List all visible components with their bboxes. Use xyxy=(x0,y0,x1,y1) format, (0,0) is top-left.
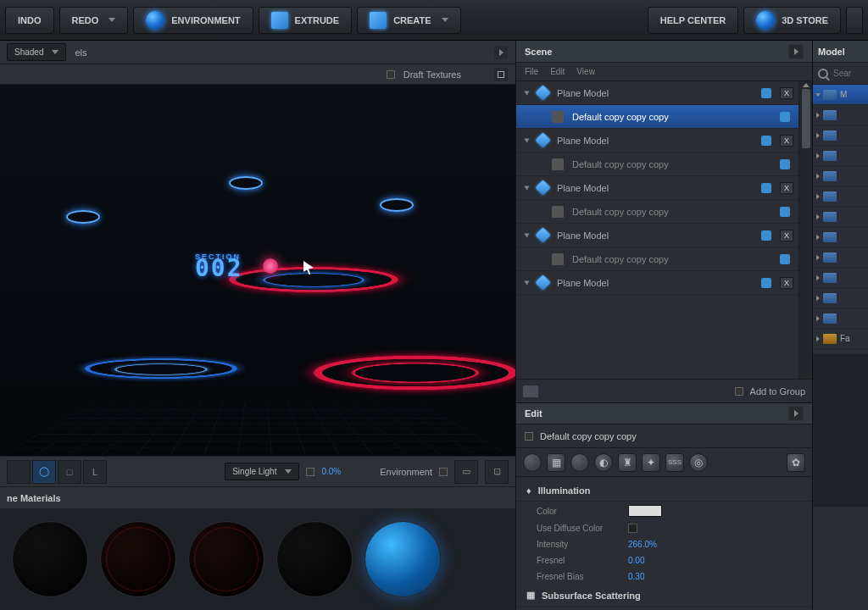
ring-icon[interactable]: ◎ xyxy=(689,453,708,472)
scene-node-child[interactable]: Default copy copy copy xyxy=(516,152,798,176)
material-swatch-selected[interactable] xyxy=(364,521,441,597)
material-swatch[interactable] xyxy=(276,521,353,597)
remove-button[interactable]: X xyxy=(780,277,793,289)
environment-button[interactable]: ENVIRONMENT xyxy=(133,7,253,34)
model-folder[interactable] xyxy=(813,227,868,247)
illumination-section-header[interactable]: ♦Illumination xyxy=(516,480,812,502)
screenshot-button[interactable]: ⊡ xyxy=(485,460,509,484)
disclosure-icon[interactable] xyxy=(816,275,820,280)
scroll-thumb[interactable] xyxy=(802,89,810,148)
undo-button[interactable]: INDO xyxy=(5,7,54,34)
disclosure-icon[interactable] xyxy=(816,235,820,240)
store-button[interactable]: 3D STORE xyxy=(743,7,841,34)
model-folder[interactable] xyxy=(813,166,868,186)
scene-node[interactable]: Plane ModelX xyxy=(516,224,798,247)
use-diffuse-checkbox[interactable] xyxy=(628,524,637,533)
panel-collapse-button[interactable] xyxy=(493,45,509,60)
extrude-button[interactable]: EXTRUDE xyxy=(259,7,353,34)
menu-file[interactable]: File xyxy=(525,67,538,76)
visibility-toggle[interactable] xyxy=(780,112,790,122)
visibility-toggle[interactable] xyxy=(761,230,771,241)
disclosure-icon[interactable] xyxy=(525,91,530,95)
visibility-toggle[interactable] xyxy=(780,254,790,264)
disclosure-icon[interactable] xyxy=(816,214,820,219)
add-to-group-label[interactable]: Add to Group xyxy=(750,386,805,396)
model-search-input[interactable] xyxy=(833,69,859,78)
model-folder[interactable] xyxy=(813,125,868,146)
model-folder[interactable] xyxy=(813,207,868,227)
visibility-toggle[interactable] xyxy=(761,183,771,193)
light-checkbox[interactable] xyxy=(306,468,314,476)
visibility-toggle[interactable] xyxy=(780,159,790,169)
checkbox[interactable] xyxy=(735,387,743,396)
scene-node[interactable]: Plane ModelX xyxy=(516,271,798,295)
image-icon[interactable]: ▦ xyxy=(547,453,565,472)
model-folder[interactable] xyxy=(813,105,868,125)
material-swatch[interactable] xyxy=(188,521,264,597)
tool-button[interactable] xyxy=(7,460,31,484)
scene-node[interactable]: Plane ModelX xyxy=(516,81,798,105)
material-sphere-icon[interactable] xyxy=(523,453,542,472)
scene-node[interactable]: Plane ModelX xyxy=(516,129,798,152)
material-swatch[interactable] xyxy=(100,521,176,597)
scene-node-child[interactable]: Default copy copy copy xyxy=(516,247,798,271)
remove-button[interactable]: X xyxy=(780,87,793,99)
model-folder[interactable] xyxy=(813,308,868,329)
environment-checkbox[interactable] xyxy=(439,468,448,476)
help-center-button[interactable]: HELP CENTER xyxy=(648,7,738,34)
light-icon[interactable]: ✦ xyxy=(642,453,660,472)
disclosure-icon[interactable] xyxy=(816,133,820,138)
create-button[interactable]: CREATE xyxy=(357,7,460,34)
disclosure-icon[interactable] xyxy=(816,153,820,158)
visibility-toggle[interactable] xyxy=(780,207,790,217)
scene-scrollbar[interactable] xyxy=(798,81,812,379)
camera-button[interactable]: ▭ xyxy=(454,460,478,484)
color-swatch[interactable] xyxy=(628,505,662,517)
model-folder[interactable] xyxy=(813,268,868,288)
model-favorites[interactable]: Fa xyxy=(813,329,868,349)
fresnel-bias-value[interactable]: 0.30 xyxy=(628,572,644,581)
scene-node-child[interactable]: Default copy copy copy xyxy=(516,200,798,224)
model-folder[interactable] xyxy=(813,146,868,166)
fullscreen-button[interactable] xyxy=(493,67,509,82)
sss-icon[interactable]: SSS xyxy=(665,453,684,472)
settings-icon[interactable]: ✿ xyxy=(787,453,805,472)
rotate-tool-button[interactable]: ◯ xyxy=(32,460,56,484)
disclosure-icon[interactable] xyxy=(525,280,530,285)
light-mode-dropdown[interactable]: Single Light xyxy=(225,463,299,480)
tool-button[interactable]: □ xyxy=(58,460,81,484)
disclosure-icon[interactable] xyxy=(815,93,821,97)
3d-viewport[interactable]: SECTION 002 xyxy=(0,85,515,456)
disclosure-icon[interactable] xyxy=(816,113,820,118)
draft-textures-checkbox[interactable] xyxy=(387,70,395,79)
shading-mode-dropdown[interactable]: Shaded xyxy=(7,43,66,61)
menu-edit[interactable]: Edit xyxy=(550,67,565,76)
panel-collapse-button[interactable] xyxy=(788,44,804,59)
disclosure-icon[interactable] xyxy=(525,233,530,237)
material-swatch[interactable] xyxy=(12,521,88,597)
scroll-up-icon[interactable] xyxy=(803,83,810,87)
overflow-button[interactable] xyxy=(846,7,863,34)
remove-button[interactable]: X xyxy=(780,182,793,194)
menu-view[interactable]: View xyxy=(576,67,595,76)
fresnel-value[interactable]: 0.00 xyxy=(628,556,644,565)
model-folder[interactable] xyxy=(813,247,868,268)
disclosure-icon[interactable] xyxy=(816,255,820,260)
tool-button[interactable]: L xyxy=(83,460,107,484)
visibility-toggle[interactable] xyxy=(761,88,771,98)
remove-button[interactable]: X xyxy=(780,230,793,241)
model-folder[interactable] xyxy=(813,288,868,308)
model-root-node[interactable]: M xyxy=(813,85,868,105)
disclosure-icon[interactable] xyxy=(816,316,820,321)
redo-button[interactable]: REDO xyxy=(59,7,129,34)
edit-object-name[interactable]: Default copy copy copy xyxy=(540,431,637,441)
disclosure-icon[interactable] xyxy=(525,186,530,190)
visibility-toggle[interactable] xyxy=(761,136,771,146)
sphere-icon[interactable] xyxy=(570,453,589,472)
disclosure-icon[interactable] xyxy=(816,174,820,179)
disclosure-icon[interactable] xyxy=(525,138,530,142)
remove-button[interactable]: X xyxy=(780,135,793,147)
disclosure-icon[interactable] xyxy=(816,296,820,301)
disclosure-icon[interactable] xyxy=(816,194,820,199)
checkbox[interactable] xyxy=(525,432,533,441)
